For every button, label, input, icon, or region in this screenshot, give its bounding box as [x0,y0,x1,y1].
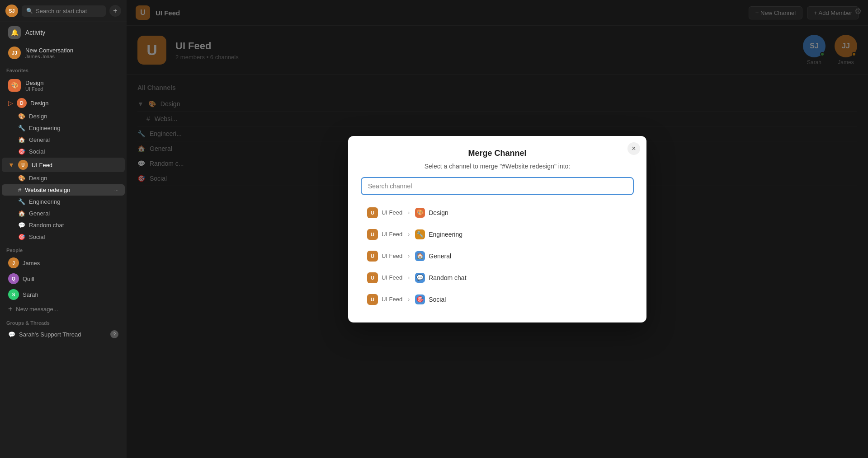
modal-channel-design[interactable]: U UI Feed › 🎨 Design [361,202,634,223]
quill-avatar: Q [8,273,19,284]
channel-uifeed-design[interactable]: 🎨 Design [2,173,125,184]
channel-design-design[interactable]: 🎨 Design [2,111,125,122]
hash-icon: 🎯 [18,148,25,155]
more-icon[interactable]: ··· [114,187,118,193]
modal-channel-random-chat[interactable]: U UI Feed › 💬 Random chat [361,267,634,288]
person-james[interactable]: J James [2,255,125,271]
arrow-icon-2: › [408,231,410,238]
uifeed-ws-icon-3: U [367,251,378,262]
sidebar-item-activity[interactable]: 🔔 Activity [2,23,125,42]
sarah-avatar: S [8,289,19,300]
hash-icon: 🔧 [18,125,25,131]
workspace-uifeed-icon: ▼ [8,161,14,168]
sidebar-item-favorites-design[interactable]: 🎨 Design UI Feed [2,75,125,95]
sidebar-item-new-conversation[interactable]: JJ New Conversation James Jonas [2,43,125,63]
group-sarahs-support[interactable]: 💬 Sarah's Support Thread ? [2,328,125,341]
uifeed-ws-icon-4: U [367,272,378,283]
hash-icon: 🎨 [18,113,25,120]
help-icon: ? [110,330,118,338]
favorites-label: Favorites [0,63,127,75]
workspace-design-icon: ▷ [8,99,13,107]
social-ch-ws-icon: 🎯 [415,294,425,304]
modal-channel-social[interactable]: U UI Feed › 🎯 Social [361,289,634,310]
random-ch-ws-icon: 💬 [415,273,425,283]
engineering-icon: 🔧 [18,198,25,205]
channel-search-input[interactable] [361,177,634,195]
new-chat-button[interactable]: + [109,5,121,17]
engineering-ch-ws-icon: 🔧 [415,229,425,239]
channel-design-engineering[interactable]: 🔧 Engineering [2,122,125,134]
modal-close-button[interactable]: × [627,142,640,155]
new-convo-avatar: JJ [8,47,21,59]
design-ws-avatar: D [17,98,27,108]
design-fav-icon: 🎨 [8,79,21,92]
person-sarah[interactable]: S Sarah [2,287,125,302]
channel-uifeed-general[interactable]: 🏠 General [2,208,125,219]
arrow-icon-3: › [408,253,410,259]
uifeed-ws-icon-2: U [367,229,378,240]
plus-icon: + [8,305,12,313]
search-bar[interactable]: 🔍 Search or start chat [22,5,106,17]
channel-design-general[interactable]: 🏠 General [2,134,125,145]
arrow-icon-4: › [408,275,410,281]
search-icon: 🔍 [26,8,33,14]
uifeed-ws-icon-5: U [367,294,378,305]
arrow-icon-5: › [408,296,410,303]
main-content: U UI Feed + New Channel + Add Member ⚙ U… [127,0,868,458]
design-ch-ws-icon: 🎨 [415,208,425,218]
group-icon: 💬 [8,331,15,338]
james-avatar: J [8,257,19,268]
user-avatar: SJ [5,5,18,17]
activity-icon: 🔔 [8,26,21,39]
social-icon: 🎯 [18,234,25,240]
hash-icon: 🏠 [18,136,25,143]
modal-channel-list: U UI Feed › 🎨 Design U UI Feed › 🔧 Engin… [361,202,634,310]
arrow-icon: › [408,210,410,216]
uifeed-ws-icon: U [367,207,378,218]
merge-channel-modal: Merge Channel Select a channel to merge … [348,136,646,322]
random-chat-icon: 💬 [18,222,25,229]
groups-label: Groups & Threads [0,316,127,327]
channel-uifeed-website-redesign[interactable]: # Website redesign ··· [2,184,125,196]
channel-uifeed-social[interactable]: 🎯 Social [2,231,125,243]
channel-design-social[interactable]: 🎯 Social [2,146,125,157]
sidebar: SJ 🔍 Search or start chat + 🔔 Activity J… [0,0,127,458]
channel-uifeed-random-chat[interactable]: 💬 Random chat [2,220,125,231]
people-label: People [0,243,127,255]
uifeed-ws-avatar: U [18,160,28,170]
modal-overlay[interactable]: Merge Channel Select a channel to merge … [127,0,868,458]
design-icon: 🎨 [18,175,25,182]
sidebar-header: SJ 🔍 Search or start chat + [0,0,127,22]
channel-uifeed-engineering[interactable]: 🔧 Engineering [2,196,125,207]
modal-channel-general[interactable]: U UI Feed › 🏠 General [361,246,634,266]
new-message-item[interactable]: + New message... [2,303,125,315]
workspace-uifeed[interactable]: ▼ U UI Feed [2,158,125,172]
modal-subtitle: Select a channel to merge "#Website rede… [361,163,634,170]
modal-channel-engineering[interactable]: U UI Feed › 🔧 Engineering [361,224,634,245]
general-icon: 🏠 [18,210,25,217]
workspace-design[interactable]: ▷ D Design [2,96,125,110]
hash-icon: # [18,187,21,193]
general-ch-ws-icon: 🏠 [415,251,425,261]
sidebar-scroll: 🔔 Activity JJ New Conversation James Jon… [0,22,127,458]
person-quill[interactable]: Q Quill [2,271,125,286]
modal-title: Merge Channel [361,149,634,158]
